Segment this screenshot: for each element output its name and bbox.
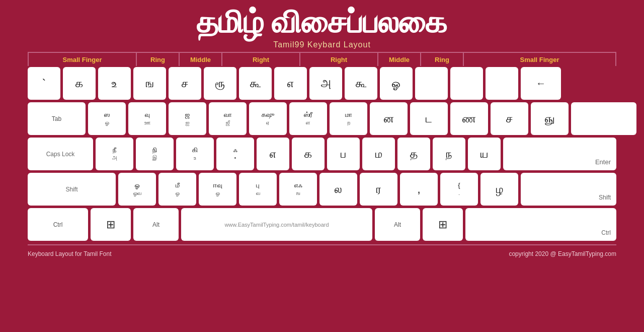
key-a[interactable]: நீஅ xyxy=(96,138,133,170)
key-win-right[interactable]: ⊞ xyxy=(423,208,463,241)
key-lbracket[interactable]: ச xyxy=(491,102,528,135)
key-0[interactable]: ஓ xyxy=(380,67,413,100)
finger-ring-left: Ring xyxy=(136,52,179,66)
keyboard-row-1: ` க உ ங ச ரூ கூ எ அ கூ ஓ ← xyxy=(28,67,616,100)
key-shift-right[interactable]: Shift xyxy=(521,173,616,206)
key-ctrl-left[interactable]: Ctrl xyxy=(28,208,88,241)
footer-right: copyright 2020 @ EasyTamilTyping.com xyxy=(509,250,616,257)
footer-left: Keyboard Layout for Tamil Font xyxy=(28,250,112,257)
key-rbracket[interactable]: ஞு xyxy=(531,102,569,135)
key-caps-lock[interactable]: Caps Lock xyxy=(28,138,93,170)
keyboard-row-5: Ctrl ⊞ Alt www.EasyTamilTyping.com/tamil… xyxy=(28,208,616,241)
key-semicolon[interactable]: ந xyxy=(433,138,465,170)
key-win-left[interactable]: ⊞ xyxy=(91,208,131,241)
key-h[interactable]: க xyxy=(292,138,325,170)
key-z[interactable]: ஓஓவ xyxy=(118,173,156,206)
key-9[interactable]: கூ xyxy=(345,67,377,100)
key-equal[interactable] xyxy=(450,67,483,100)
key-enter[interactable] xyxy=(571,102,636,135)
key-y[interactable]: ஸ்ரீள xyxy=(289,102,327,135)
key-f[interactable]: ஃ• xyxy=(216,138,254,170)
key-3[interactable]: ங xyxy=(133,67,166,100)
key-v[interactable]: புவ xyxy=(239,173,277,206)
key-w[interactable]: வுஊ xyxy=(128,102,166,135)
key-slash[interactable]: ழ xyxy=(480,173,518,206)
key-m[interactable]: ர xyxy=(360,173,397,206)
key-t[interactable]: கஷுஏ xyxy=(249,102,287,135)
keyboard: ` க உ ங ச ரூ கூ எ அ கூ ஓ ← Tab ஸஓ வுஊ ஜஐ… xyxy=(28,67,616,243)
key-7[interactable]: எ xyxy=(274,67,307,100)
finger-labels: Small Finger Ring Middle Right Right Mid… xyxy=(28,52,616,66)
key-e[interactable]: ஜஐ xyxy=(169,102,206,135)
finger-small-left: Small Finger xyxy=(28,52,136,66)
keyboard-row-4: Shift ஓஓவ மீஓ ஈவுஓ புவ எஃங ல ர , {. ழ Sh… xyxy=(28,173,616,206)
finger-right-left: Right xyxy=(221,52,299,66)
keyboard-row-2: Tab ஸஓ வுஊ ஜஐ வாஜீ கஷுஏ ஸ்ரீள மாற ன ட ண … xyxy=(28,102,616,135)
key-tab[interactable]: Tab xyxy=(28,102,86,135)
key-quote[interactable]: ய xyxy=(468,138,501,170)
key-alt-right[interactable]: Alt xyxy=(375,208,420,241)
key-backspace[interactable]: ← xyxy=(521,67,561,100)
subtitle: Tamil99 Keybard Layout xyxy=(197,40,448,49)
key-j[interactable]: ப xyxy=(327,138,360,170)
key-8[interactable]: அ xyxy=(309,67,342,100)
finger-ring-right: Ring xyxy=(420,52,463,66)
key-l[interactable]: த xyxy=(397,138,430,170)
key-2[interactable]: உ xyxy=(98,67,131,100)
key-1[interactable]: க xyxy=(63,67,96,100)
main-title: தமிழ் விசைப்பலகை xyxy=(197,5,448,39)
key-d[interactable]: கிஉ xyxy=(176,138,214,170)
key-k[interactable]: ம xyxy=(362,138,395,170)
key-6[interactable]: கூ xyxy=(239,67,272,100)
finger-middle-left: Middle xyxy=(179,52,221,66)
key-4[interactable]: ச xyxy=(169,67,201,100)
footer-divider xyxy=(28,244,616,245)
key-enter-big[interactable]: Enter xyxy=(503,138,616,170)
key-b[interactable]: எஃங xyxy=(279,173,317,206)
key-comma[interactable]: , xyxy=(400,173,438,206)
key-bslash[interactable] xyxy=(486,67,518,100)
key-n[interactable]: ல xyxy=(319,173,357,206)
key-x[interactable]: மீஓ xyxy=(158,173,196,206)
key-u[interactable]: மாற xyxy=(330,102,367,135)
key-minus[interactable] xyxy=(415,67,448,100)
finger-small-right: Small Finger xyxy=(463,52,616,66)
finger-right-right: Right xyxy=(299,52,377,66)
key-g[interactable]: எ xyxy=(257,138,289,170)
key-alt-left[interactable]: Alt xyxy=(133,208,179,241)
key-q[interactable]: ஸஓ xyxy=(88,102,126,135)
key-period[interactable]: {. xyxy=(440,173,478,206)
finger-middle-right: Middle xyxy=(377,52,420,66)
key-p[interactable]: ண xyxy=(450,102,488,135)
key-c[interactable]: ஈவுஓ xyxy=(199,173,236,206)
key-shift-left[interactable]: Shift xyxy=(28,173,116,206)
key-ctrl-right[interactable]: Ctrl xyxy=(465,208,616,241)
key-o[interactable]: ட xyxy=(410,102,448,135)
footer: Keyboard Layout for Tamil Font copyright… xyxy=(28,250,616,257)
key-i[interactable]: ன xyxy=(370,102,408,135)
title-section: தமிழ் விசைப்பலகை Tamil99 Keybard Layout xyxy=(197,0,448,52)
key-space[interactable]: www.EasyTamilTyping.com/tamil/keyboard xyxy=(181,208,372,241)
keyboard-row-3: Caps Lock நீஅ நிஇ கிஉ ஃ• எ க ப ம த ந ய E… xyxy=(28,138,616,170)
key-s[interactable]: நிஇ xyxy=(136,138,174,170)
key-5[interactable]: ரூ xyxy=(204,67,236,100)
key-r[interactable]: வாஜீ xyxy=(209,102,247,135)
key-backtick[interactable]: ` xyxy=(28,67,60,100)
